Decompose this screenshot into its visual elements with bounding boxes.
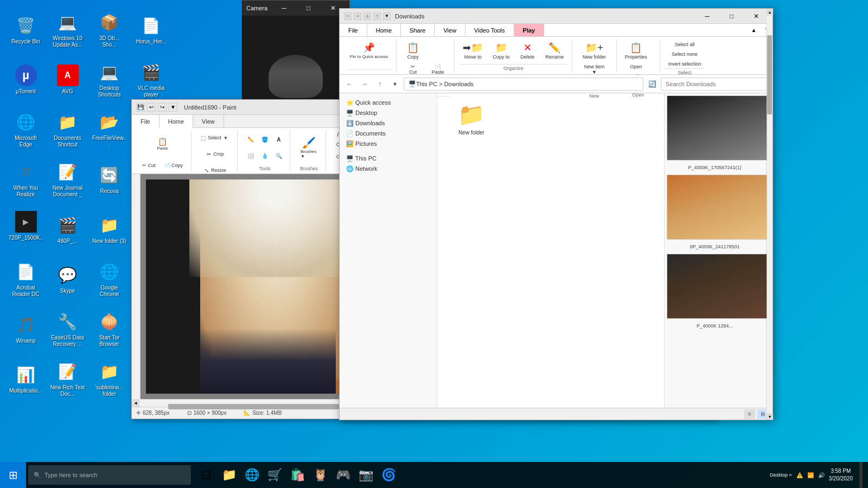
- icon-when-you-realize[interactable]: 🎵 When You Realize: [5, 155, 46, 204]
- open-btn[interactable]: Open: [624, 62, 648, 71]
- camera-minimize-btn[interactable]: ─: [272, 1, 296, 16]
- paint-tab-file[interactable]: File: [132, 115, 159, 128]
- icon-subliminal[interactable]: 📁 'sublimina... folder: [89, 355, 130, 403]
- taskbar-explorer-icon[interactable]: 📁: [218, 462, 240, 488]
- cut-btn[interactable]: ✂ Cut: [138, 158, 159, 173]
- fill-btn[interactable]: 🪣: [258, 132, 271, 147]
- icon-google-chrome[interactable]: 🌐 Google Chrome: [89, 255, 130, 304]
- icon-multiplication[interactable]: 📊 Multiplicatio...: [5, 355, 46, 403]
- exp-scroll-thumb[interactable]: [767, 93, 772, 114]
- copy-to-btn[interactable]: 📁 Copy to: [489, 40, 513, 61]
- paste-btn[interactable]: 📋 Paste: [149, 130, 176, 157]
- taskbar-edge-icon[interactable]: 🌐: [241, 462, 263, 488]
- icon-acrobat[interactable]: 📄 Acrobat Reader DC: [5, 255, 46, 304]
- icon-vlc[interactable]: 🎬 VLC media player: [131, 55, 171, 104]
- explorer-refresh-btn[interactable]: 🔄: [646, 78, 659, 91]
- nav-quick-access[interactable]: ⭐ Quick access: [342, 98, 435, 108]
- view-list-btn[interactable]: ≡: [744, 409, 755, 419]
- icon-720p[interactable]: ▶ 720P_1500K...: [5, 205, 46, 254]
- copy-btn[interactable]: 📄 Copy: [161, 158, 187, 173]
- tray-volume-icon[interactable]: 🔊: [818, 472, 825, 478]
- explorer-maximize-btn[interactable]: □: [719, 9, 744, 24]
- explorer-tab-play[interactable]: Play: [514, 24, 545, 36]
- paint-hscroll-thumb-h[interactable]: [168, 404, 339, 409]
- explorer-fwd-btn[interactable]: →: [358, 78, 371, 91]
- start-button[interactable]: ⊞: [0, 462, 26, 488]
- color-pick-btn[interactable]: 💧: [258, 148, 271, 163]
- icon-recuva[interactable]: 🔄 Recuva: [89, 155, 130, 204]
- explorer-tab-share[interactable]: Share: [401, 24, 435, 36]
- tray-desktop-btn[interactable]: Desktop »: [770, 472, 792, 478]
- icon-3d-objects[interactable]: 📦 3D Ob... Sho...: [89, 5, 130, 54]
- sidebar-thumb-3[interactable]: [667, 254, 767, 319]
- properties-btn[interactable]: 📋 Properties: [621, 40, 651, 61]
- tray-network-icon[interactable]: 📶: [807, 472, 814, 478]
- icon-freefileview[interactable]: 📂 FreeFileView...: [89, 105, 130, 154]
- icon-new-folder-3[interactable]: 📁 New folder (3): [89, 205, 130, 254]
- taskbar-search[interactable]: 🔍 Type here to search: [28, 465, 191, 485]
- explorer-tab-videotools[interactable]: Video Tools: [465, 24, 514, 36]
- invert-selection-btn[interactable]: Invert selection: [665, 60, 705, 68]
- explorer-tab-file[interactable]: File: [340, 24, 367, 36]
- taskbar-tripadvisor-icon[interactable]: 🦉: [309, 462, 331, 488]
- icon-documents-shortcut[interactable]: 📁 Documents Shortcut: [47, 105, 88, 154]
- icon-winamp[interactable]: 🎵 Winamp: [5, 305, 46, 354]
- explorer-tab-view[interactable]: View: [435, 24, 465, 36]
- eraser-btn[interactable]: ⬜: [244, 148, 257, 163]
- pencil-btn[interactable]: ✏️: [244, 132, 257, 147]
- icon-utorrent[interactable]: µ µTorrent: [5, 55, 46, 104]
- icon-new-rich-text[interactable]: 📝 New Rich Text Doc...: [47, 355, 88, 403]
- nav-desktop[interactable]: 🖥️ Desktop: [342, 108, 435, 118]
- icon-easeus[interactable]: 🔧 EaseUS Data Recovery ...: [47, 305, 88, 354]
- explorer-minimize-btn[interactable]: ─: [695, 9, 719, 24]
- nav-this-pc[interactable]: 🖥️ This PC: [342, 153, 435, 164]
- icon-windows10[interactable]: 💻 Windows 10 Update As...: [47, 5, 88, 54]
- explorer-up-btn[interactable]: ↑: [373, 78, 386, 91]
- explorer-close-btn[interactable]: ✕: [744, 9, 768, 24]
- brushes-btn[interactable]: 🖌️ Brushes ▼: [297, 134, 321, 161]
- nav-network[interactable]: 🌐 Network: [342, 164, 435, 174]
- select-btn[interactable]: ⬚ Select ▼: [198, 130, 231, 145]
- icon-edge[interactable]: 🌐 Microsoft Edge: [5, 105, 46, 154]
- taskbar-amazon-icon[interactable]: 🛍️: [286, 462, 308, 488]
- icon-desktop-shortcuts[interactable]: 💻 Desktop Shortcuts: [89, 55, 130, 104]
- explorer-up-icon[interactable]: ↑: [373, 12, 381, 20]
- paint-tab-view[interactable]: View: [193, 115, 224, 127]
- select-none-btn[interactable]: Select none: [668, 50, 701, 59]
- breadcrumb[interactable]: 🖥️ This PC > Downloads: [404, 78, 643, 91]
- paint-dropdown-icon[interactable]: ▼: [169, 103, 177, 112]
- taskbar-app2-icon[interactable]: 🌀: [378, 462, 399, 488]
- explorer-recent-btn[interactable]: ▾: [388, 78, 401, 91]
- file-item-newfolder[interactable]: 📁 New folder: [442, 98, 501, 140]
- new-folder-btn[interactable]: 📁+ New folder: [579, 40, 610, 61]
- tray-warning-icon[interactable]: ⚠️: [796, 472, 803, 478]
- rename-btn[interactable]: ✏️ Rename: [541, 40, 567, 61]
- icon-recycle-bin[interactable]: 🗑️ Recycle Bin: [5, 5, 46, 54]
- icon-tor-start[interactable]: 🧅 Start Tor Browser: [89, 305, 130, 354]
- search-input[interactable]: [661, 78, 769, 91]
- delete-btn[interactable]: ✕ Delete: [515, 40, 539, 61]
- explorer-back-icon[interactable]: ←: [344, 12, 352, 20]
- paint-hscroll-left[interactable]: ◄: [132, 400, 139, 407]
- select-all-btn[interactable]: Select all: [671, 40, 699, 49]
- icon-new-journal[interactable]: 📝 New Journal Document _: [47, 155, 88, 204]
- icon-480p[interactable]: 🎬 480P_...: [47, 205, 88, 254]
- move-to-btn[interactable]: ➡📁 Move to: [459, 40, 487, 61]
- taskbar-store-icon[interactable]: 🛒: [264, 462, 285, 488]
- sidebar-thumb-2[interactable]: [667, 175, 767, 240]
- magnify-btn[interactable]: 🔍: [272, 148, 285, 163]
- explorer-dd-icon[interactable]: ▼: [383, 12, 391, 20]
- paint-save-icon[interactable]: 💾: [136, 103, 145, 112]
- icon-skype[interactable]: 💬 Skype: [47, 255, 88, 304]
- nav-downloads[interactable]: ⬇️ Downloads: [342, 118, 435, 129]
- sidebar-thumb-1[interactable]: [667, 95, 767, 160]
- exp-copy-btn[interactable]: 📋 Copy: [401, 40, 425, 61]
- paint-redo-icon[interactable]: ↪: [158, 103, 167, 112]
- nav-documents[interactable]: 📄 Documents: [342, 129, 435, 139]
- explorer-back-btn[interactable]: ←: [343, 78, 356, 91]
- nav-pictures[interactable]: 🖼️ Pictures: [342, 139, 435, 149]
- text-btn[interactable]: A: [272, 132, 285, 147]
- taskbar-app1-icon[interactable]: 🎮: [332, 462, 354, 488]
- crop-btn[interactable]: ✂Crop: [198, 146, 233, 162]
- explorer-ribbon-toggle[interactable]: ▲: [747, 24, 761, 36]
